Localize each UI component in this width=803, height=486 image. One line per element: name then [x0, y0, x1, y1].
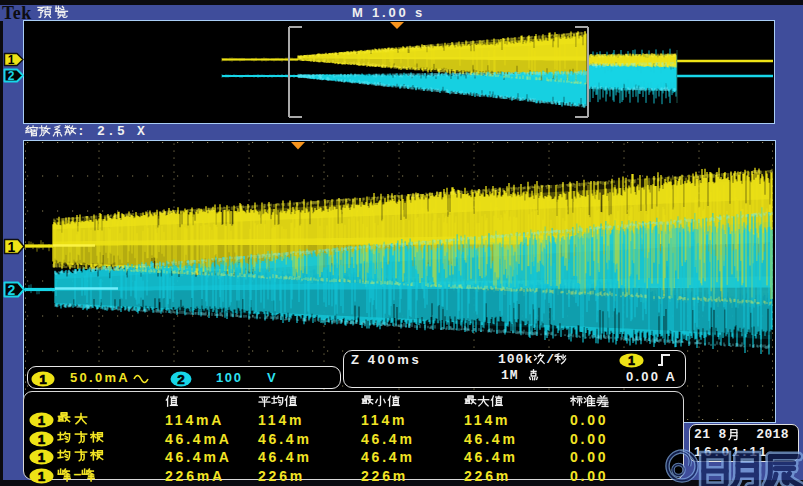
svg-text:1: 1 [38, 469, 46, 484]
svg-text:1: 1 [39, 372, 47, 387]
svg-text:2: 2 [177, 372, 185, 387]
svg-text:1: 1 [38, 432, 46, 447]
svg-text:1: 1 [628, 354, 635, 368]
svg-text:1: 1 [38, 450, 46, 465]
svg-text:1: 1 [38, 413, 46, 428]
svg-text:1: 1 [8, 53, 15, 67]
svg-text:2: 2 [8, 282, 16, 298]
svg-text:2: 2 [8, 69, 15, 83]
svg-text:1: 1 [8, 239, 16, 255]
